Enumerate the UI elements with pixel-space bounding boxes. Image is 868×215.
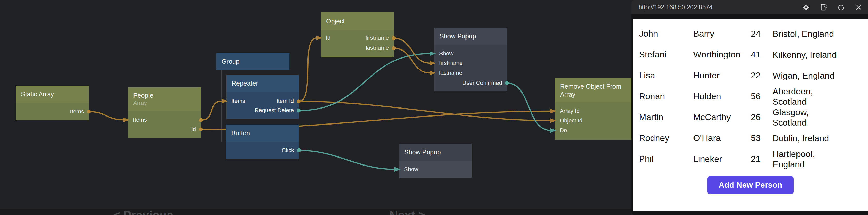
node-header: PeopleArray xyxy=(128,87,201,111)
port-row: Show xyxy=(399,164,472,175)
node-static-array[interactable]: Static ArrayItems xyxy=(16,85,89,120)
output-port-label[interactable]: lastname xyxy=(366,45,389,51)
node-header: Show Popup xyxy=(434,28,507,45)
preview-url[interactable]: http://192.168.50.202:8574 xyxy=(639,4,802,11)
input-port-label[interactable]: lastname xyxy=(439,70,462,76)
people-table: JohnBarry24Bristol, EnglandStefaniWorthi… xyxy=(633,23,868,169)
input-port-label[interactable]: Array Id xyxy=(560,108,580,114)
node-canvas[interactable]: Static ArrayItemsPeopleArrayItemsIdGroup… xyxy=(0,0,631,215)
person-city: Bristol, England xyxy=(773,29,862,39)
debug-button[interactable] xyxy=(802,3,810,11)
person-last-name: Barry xyxy=(693,29,751,39)
open-in-editor-button[interactable] xyxy=(819,3,828,11)
node-show-popup-2[interactable]: Show PopupShow xyxy=(399,144,472,178)
person-age: 41 xyxy=(751,49,773,60)
person-city: Kilkenny, Ireland xyxy=(773,49,862,60)
port-row: Request Delete xyxy=(226,105,299,115)
node-title: People xyxy=(133,92,196,100)
person-last-name: O'Hara xyxy=(693,133,751,143)
close-icon xyxy=(855,3,863,11)
node-title: Remove Object From Array xyxy=(560,82,626,99)
refresh-button[interactable] xyxy=(837,3,845,11)
next-button[interactable]: Next > xyxy=(389,209,425,215)
canvas-bottom-bar: < Previous Next > xyxy=(0,209,631,215)
person-last-name: Lineker xyxy=(693,154,751,164)
person-age: 21 xyxy=(751,154,773,164)
preview-topbar: http://192.168.50.202:8574 xyxy=(631,0,868,14)
node-title: Repeater xyxy=(231,79,293,87)
output-port-label[interactable]: Items xyxy=(70,108,84,115)
add-new-person-button[interactable]: Add New Person xyxy=(707,176,794,194)
person-first-name: Rodney xyxy=(639,133,693,143)
node-title: Static Array xyxy=(21,90,84,98)
input-port-label[interactable]: Object Id xyxy=(560,117,583,124)
node-title: Object xyxy=(326,17,389,25)
person-city: Hartlepool, England xyxy=(773,149,862,169)
port-row: Items xyxy=(128,115,201,125)
person-first-name: Martin xyxy=(639,112,693,122)
port-row: Items xyxy=(16,106,89,117)
output-port-label[interactable]: firstname xyxy=(366,35,389,41)
person-last-name: McCarthy xyxy=(693,112,751,122)
output-port-label[interactable]: Item Id xyxy=(277,98,294,104)
person-city: Dublin, Ireland xyxy=(773,133,862,143)
port-row: Idfirstname xyxy=(321,33,394,43)
person-first-name: Lisa xyxy=(639,70,693,80)
node-people[interactable]: PeopleArrayItemsId xyxy=(128,87,201,138)
person-age: 56 xyxy=(751,91,773,101)
person-row: PhilLineker21Hartlepool, England xyxy=(633,148,868,169)
input-port-label[interactable]: Do xyxy=(560,127,567,134)
port-row: lastname xyxy=(321,43,394,53)
output-port-label[interactable]: Id xyxy=(191,126,196,133)
node-title: Show Popup xyxy=(404,148,467,156)
person-row: RodneyO'Hara53Dublin, Ireland xyxy=(633,128,868,148)
input-port-label[interactable]: Items xyxy=(133,116,147,123)
person-first-name: Stefani xyxy=(639,49,693,60)
nodes-layer: Static ArrayItemsPeopleArrayItemsIdGroup… xyxy=(0,0,631,215)
port-row: Object Id xyxy=(555,115,631,126)
person-age: 22 xyxy=(751,70,773,80)
node-object[interactable]: ObjectIdfirstnamelastname xyxy=(321,12,394,57)
input-port-label[interactable]: Show xyxy=(439,50,453,57)
output-port-label[interactable]: Request Delete xyxy=(254,107,294,114)
person-age: 26 xyxy=(751,112,773,122)
port-row: Show xyxy=(434,48,507,59)
output-port-label[interactable]: Click xyxy=(282,147,294,154)
node-show-popup-1[interactable]: Show PopupShowfirstnamelastnameUser Conf… xyxy=(434,28,507,91)
node-header: Repeater xyxy=(226,75,299,92)
node-header: Remove Object From Array xyxy=(555,78,631,102)
preview-toolbar-icons xyxy=(802,3,863,11)
preview-panel: http://192.168.50.202:8574 xyxy=(631,0,868,215)
node-button[interactable]: ButtonClick xyxy=(226,124,299,159)
node-group[interactable]: Group xyxy=(216,53,289,70)
person-age: 53 xyxy=(751,133,773,143)
input-port-label[interactable]: Id xyxy=(326,35,331,41)
person-first-name: Phil xyxy=(639,154,693,164)
debug-icon xyxy=(802,3,810,11)
node-header: Button xyxy=(226,124,299,142)
previous-button[interactable]: < Previous xyxy=(113,209,174,215)
person-row: StefaniWorthington41Kilkenny, Ireland xyxy=(633,44,868,65)
person-last-name: Hunter xyxy=(693,70,751,80)
port-row: User Confirmed xyxy=(434,78,507,88)
person-last-name: Worthington xyxy=(693,49,751,60)
person-city: Glasgow, Scotland xyxy=(773,107,862,128)
port-row: lastname xyxy=(434,68,507,78)
person-row: LisaHunter22Wigan, England xyxy=(633,65,868,86)
input-port-label[interactable]: Items xyxy=(231,98,245,104)
preview-content: JohnBarry24Bristol, EnglandStefaniWorthi… xyxy=(633,19,868,211)
port-row: Do xyxy=(555,125,631,136)
node-repeater[interactable]: RepeaterItemsItem IdRequest Delete xyxy=(226,75,299,119)
close-button[interactable] xyxy=(855,3,863,11)
person-row: MartinMcCarthy26Glasgow, Scotland xyxy=(633,107,868,128)
port-row: Array Id xyxy=(555,106,631,116)
person-city: Aberdeen, Scotland xyxy=(773,86,862,107)
output-port-label[interactable]: User Confirmed xyxy=(462,80,502,86)
node-header: Group xyxy=(216,53,289,70)
input-port-label[interactable]: Show xyxy=(404,166,418,173)
node-remove-object-from-array[interactable]: Remove Object From ArrayArray IdObject I… xyxy=(555,78,631,140)
input-port-label[interactable]: firstname xyxy=(439,60,462,67)
port-row: Id xyxy=(128,124,201,135)
open-in-editor-icon xyxy=(819,3,828,11)
port-row: ItemsItem Id xyxy=(226,96,299,106)
